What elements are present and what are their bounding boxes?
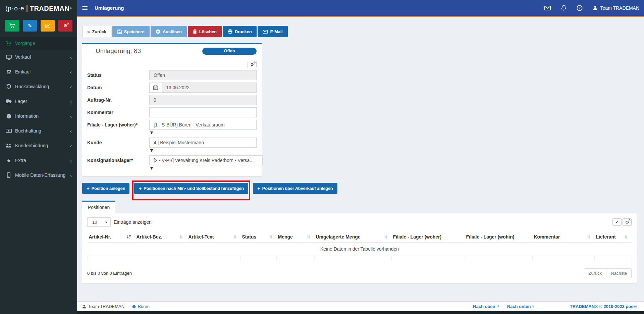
table-settings-button[interactable]: ⚙⚙ <box>623 218 632 226</box>
comment-input[interactable] <box>149 107 257 117</box>
angle-double-down-icon: » <box>531 305 536 308</box>
sidebar-item-mobile-daten-erfassung[interactable]: Mobile Daten-Erfassung ‹ <box>0 168 77 182</box>
sidebar-item-rueckabwicklung[interactable]: Rückabwicklung ‹ <box>0 79 77 94</box>
column-header-kommentar[interactable]: Kommentar⇅ <box>533 231 595 243</box>
footer-copyright: TRADEMAN® © 2010-2022 poe® <box>570 304 637 309</box>
page-title: Umlagerung <box>95 5 124 11</box>
bell-icon <box>561 5 567 11</box>
back-button[interactable]: « Zurück <box>82 26 111 37</box>
sort-icon: ⇅ <box>624 234 628 240</box>
user-menu[interactable]: Team TRADEMAN <box>593 5 639 11</box>
column-header-artikel-bez[interactable]: Artikel-Bez.⇅ <box>135 231 187 243</box>
chevron-left-icon: ‹ <box>70 158 72 163</box>
sort-icon: ⇅ <box>269 234 273 240</box>
sort-icon: ⇅ <box>307 234 311 240</box>
add-positions-abverkauf-button[interactable]: + Positionen über Abverkauf anlegen <box>253 183 337 194</box>
pagination-next-button[interactable]: Nächste <box>606 268 632 278</box>
angle-double-up-icon: » <box>495 305 500 308</box>
chevron-left-icon: ‹ <box>70 172 72 178</box>
positions-panel: 10 ▼ Einträge anzeigen ✔ ⚙⚙ Artikel-Nr. … <box>82 213 637 283</box>
column-header-umgelagerte-menge[interactable]: Umgelagerte Menge⇅ <box>315 231 392 243</box>
logo-poe-text: (p·o·e <box>5 5 24 12</box>
consignment-warehouse-select[interactable]: [2 - V-PB] Verwaltung Kreis Paderborn - … <box>149 155 263 165</box>
quick-settings-button[interactable]: ⚙⚙ <box>58 20 72 32</box>
page-length-select[interactable]: 10 ▼ <box>87 217 111 227</box>
sidebar-item-lager[interactable]: Lager ‹ <box>0 94 77 109</box>
question-circle-icon: ? <box>577 5 583 11</box>
cart-icon <box>9 23 15 29</box>
caret-down-icon: ▼ <box>149 148 154 153</box>
pagination-previous-button[interactable]: Zurück <box>584 268 607 278</box>
app-logo[interactable]: (p·o·e TRADEMAN ® <box>0 0 77 17</box>
sidebar-item-kundenbindung[interactable]: Kundenbindung ‹ <box>0 138 77 153</box>
scroll-to-bottom-link[interactable]: Nach unten » <box>507 304 535 309</box>
quick-cart-button[interactable] <box>5 20 19 32</box>
help-button[interactable]: ? <box>577 5 583 11</box>
messages-button[interactable] <box>544 6 551 10</box>
caret-down-icon: ▼ <box>149 165 154 171</box>
print-button[interactable]: Drucken <box>223 26 257 37</box>
form-settings-button[interactable]: ⚙⚙ <box>248 61 257 68</box>
scroll-to-top-link[interactable]: Nach oben » <box>473 304 499 309</box>
user-icon <box>82 305 86 309</box>
plus-icon: + <box>87 186 90 191</box>
column-header-artikel-text[interactable]: Artikel-Text⇅ <box>187 231 241 243</box>
calendar-button[interactable] <box>149 83 162 93</box>
chevron-left-icon: ‹ <box>70 54 72 60</box>
sidebar-item-information[interactable]: Information ‹ <box>0 109 77 123</box>
plus-icon: + <box>139 186 142 191</box>
cart-icon <box>5 69 12 74</box>
sidebar-item-verkauf[interactable]: Verkauf ‹ <box>0 50 77 64</box>
column-header-status[interactable]: Status⇅ <box>241 231 277 243</box>
users-icon <box>5 143 12 148</box>
topbar: Umlagerung ? Team TRADEMAN <box>77 0 644 17</box>
source-warehouse-select[interactable]: [1 - S-BÜR] Büren - Verkaufsraum <box>149 120 257 130</box>
save-button[interactable]: Speichern <box>112 26 150 37</box>
record-card: Umlagerung: 83 Offen ⚙⚙ Status Offen Dat… <box>82 43 262 176</box>
sidebar-item-vorgaenge[interactable]: Vorgänge <box>0 37 77 50</box>
email-button[interactable]: E-Mail <box>258 26 287 37</box>
positions-table: Artikel-Nr. Artikel-Bez.⇅ Artikel-Text⇅ … <box>87 231 632 261</box>
pagination: Zurück Nächste <box>584 268 632 278</box>
logo-name-text: TRADEMAN <box>30 5 69 12</box>
delete-button[interactable]: Löschen <box>188 26 222 37</box>
date-field: 13.06.2022 <box>162 83 257 93</box>
tab-positionen[interactable]: Positionen <box>82 201 115 213</box>
position-actions: + Position anlegen + Positionen nach Min… <box>82 183 637 194</box>
sidebar-item-einkauf[interactable]: Einkauf ‹ <box>0 64 77 79</box>
envelope-icon <box>263 30 268 34</box>
column-header-lieferant[interactable]: Lieferant⇅ <box>595 231 632 243</box>
sort-icon: ⇅ <box>233 234 237 240</box>
column-header-filiale-woher[interactable]: Filiale - Lager (woher) <box>392 231 465 243</box>
quick-chart-button[interactable] <box>41 20 55 32</box>
chevron-double-left-icon: « <box>87 29 90 34</box>
select-all-button[interactable]: ✔ <box>612 218 622 226</box>
calendar-icon <box>153 85 158 90</box>
add-position-button[interactable]: + Position anlegen <box>82 183 129 194</box>
column-header-artikel-nr[interactable]: Artikel-Nr. <box>88 231 135 243</box>
quick-edit-button[interactable]: ✎ <box>23 20 37 32</box>
add-positions-min-soll-button[interactable]: + Positionen nach Min- und Sollbestand h… <box>134 183 248 194</box>
record-title: Umlagerung: 83 <box>96 47 141 55</box>
sidebar-item-extra[interactable]: ★ Extra ‹ <box>0 153 77 168</box>
trigger-button[interactable]: Auslösen <box>151 26 187 37</box>
page-length-label: Einträge anzeigen <box>114 219 152 225</box>
footer-location-link[interactable]: Büren <box>132 304 150 309</box>
customer-select[interactable]: 4 | Beispiel Mustermann <box>149 138 257 148</box>
sidebar-item-buchhaltung[interactable]: Buchhaltung ‹ <box>0 123 77 138</box>
undo-icon <box>5 84 12 89</box>
home-icon <box>132 305 136 309</box>
column-header-menge[interactable]: Menge⇅ <box>277 231 315 243</box>
field-label-filiale-woher: Filiale - Lager (woher)* <box>87 120 149 135</box>
chevron-left-icon: ‹ <box>70 69 72 75</box>
column-header-filiale-wohin[interactable]: Filiale - Lager (wohin) <box>465 231 533 243</box>
caret-down-icon: ▼ <box>105 221 108 224</box>
order-number-field: 0 <box>149 95 257 105</box>
quick-actions: ✎ ⚙⚙ <box>5 20 77 32</box>
sort-asc-icon <box>127 235 131 239</box>
sidebar-toggle-button[interactable] <box>77 0 93 16</box>
notifications-button[interactable] <box>561 5 567 11</box>
content-area: « Zurück Speichern Auslösen Löschen Druc… <box>77 17 644 314</box>
table-footer-row <box>88 256 632 261</box>
sort-icon: ⇅ <box>179 234 183 240</box>
